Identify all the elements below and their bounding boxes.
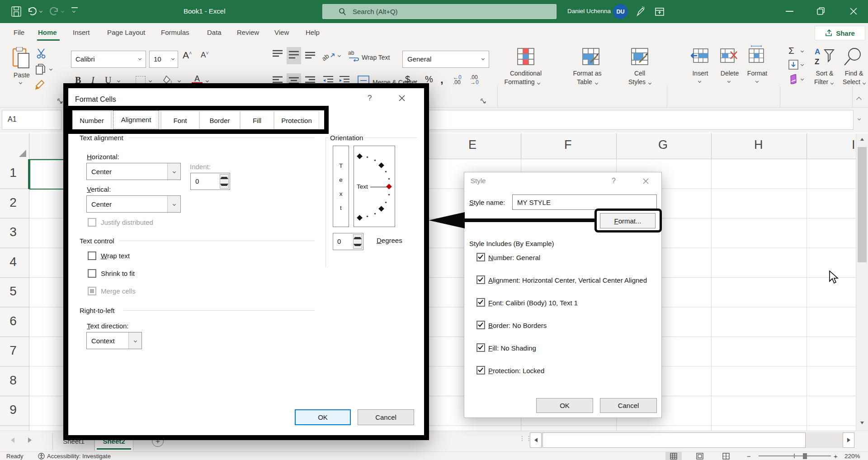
find-select-label2[interactable]: Select [840,78,868,85]
ribbon-display-options-icon[interactable] [655,7,665,17]
zoom-in-icon[interactable]: + [834,452,838,460]
share-button[interactable]: Share [815,26,865,40]
row-header-7[interactable]: 7 [0,343,26,358]
formula-bar-expand-icon[interactable] [858,117,861,120]
sort-filter-label1[interactable]: Sort & [812,70,837,77]
view-normal-icon[interactable] [670,453,677,460]
number-dialog-launcher-icon[interactable] [480,98,486,104]
underline-dropdown-icon[interactable] [117,79,120,82]
save-icon[interactable] [11,6,22,17]
zoom-out-icon[interactable]: − [747,452,751,460]
border-dropdown-icon[interactable] [149,79,152,82]
avatar[interactable]: DU [613,4,628,19]
tab-help[interactable]: Help [306,28,320,36]
font-size-dropdown-icon[interactable] [171,57,175,60]
format-as-table-label1[interactable]: Format as [567,70,608,77]
autosum-dropdown-icon[interactable] [801,49,804,52]
fill-dropdown-icon[interactable] [801,63,804,66]
style-help-button[interactable]: ? [612,177,616,185]
merge-cells-checkbox[interactable] [88,287,96,295]
row-header-9[interactable]: 9 [0,403,26,417]
format-as-table-icon[interactable] [581,47,600,66]
paste-icon[interactable] [12,47,31,69]
col-header-I[interactable]: I [852,138,855,152]
scroll-up-icon[interactable] [860,138,864,141]
sort-filter-label2[interactable]: Filter [810,78,837,85]
restore-button[interactable] [816,7,826,16]
minimize-button[interactable] [786,11,793,12]
format-dropdown-icon[interactable] [755,80,759,83]
decrease-font-icon[interactable]: A˅ [201,51,209,60]
vertical-combo[interactable]: Center [86,195,181,213]
align-top-icon[interactable] [271,49,284,62]
include-font-checkbox[interactable] [476,298,485,307]
clipboard-dialog-launcher-icon[interactable] [57,98,63,104]
sheet-nav-left-icon[interactable] [11,437,14,443]
status-accessibility[interactable]: Accessibility: Investigate [47,453,111,460]
shrink-to-fit-checkbox[interactable] [88,269,96,278]
tab-insert[interactable]: Insert [73,28,90,36]
delete-cells-icon[interactable] [720,48,738,63]
indent-down-icon[interactable] [220,181,228,188]
vertical-scrollbar[interactable] [856,133,868,431]
copy-icon[interactable] [35,63,46,75]
format-cells-icon[interactable] [748,45,765,63]
style-cancel-button[interactable]: Cancel [600,398,657,413]
wrap-text-icon[interactable]: ab [348,50,360,62]
scroll-down-icon[interactable] [860,422,864,424]
name-box[interactable]: A1 [2,110,61,130]
number-format-dropdown-icon[interactable] [481,57,485,60]
font-color-dropdown-icon[interactable] [206,79,209,82]
col-header-F[interactable]: F [564,138,572,152]
text-direction-combo[interactable]: Context [86,332,142,349]
view-page-layout-icon[interactable] [696,453,703,460]
autosum-icon[interactable]: Σ [788,45,794,56]
cell-styles-label1[interactable]: Cell [627,70,653,77]
delete-label[interactable]: Delete [719,70,741,77]
style-close-icon[interactable] [642,178,649,185]
cut-icon[interactable] [35,48,47,59]
insert-dropdown-icon[interactable] [698,80,701,83]
tab-page-layout[interactable]: Page Layout [107,28,145,36]
zoom-level[interactable]: 220% [844,453,860,460]
include-alignment-checkbox[interactable] [476,275,485,284]
quick-access-customize-icon[interactable] [71,7,78,8]
row-header-8[interactable]: 8 [0,373,26,388]
horizontal-combo-dropdown-icon[interactable] [167,163,180,180]
col-header-G[interactable]: G [658,138,668,152]
col-header-H[interactable]: H [754,138,763,152]
hscroll-left-button[interactable] [530,432,542,448]
dial-diamond-0[interactable] [386,184,392,190]
sort-filter-icon[interactable]: AZ [814,47,835,67]
user-name[interactable]: Daniel Uchenna [567,8,611,14]
zoom-slider-thumb[interactable] [803,453,807,459]
hscroll-right-button[interactable] [843,432,854,448]
sheet-nav-right-icon[interactable] [28,437,32,443]
conditional-formatting-label1[interactable]: Conditional [505,70,547,77]
col-header-E[interactable]: E [468,138,476,152]
row-header-4[interactable]: 4 [0,255,26,269]
undo-dropdown-icon[interactable] [39,9,42,13]
indent-up-icon[interactable] [220,175,228,181]
align-middle-icon[interactable] [287,47,301,64]
justify-distributed-checkbox[interactable] [88,218,96,227]
include-number-checkbox[interactable] [476,253,485,261]
tab-review[interactable]: Review [237,28,259,36]
orientation-icon[interactable]: ab [322,49,335,62]
tab-home[interactable]: Home [38,28,57,36]
insert-cells-icon[interactable] [691,48,709,63]
increase-decimal-icon[interactable]: ←0.00 [453,75,462,85]
clear-dropdown-icon[interactable] [801,77,804,81]
find-select-icon[interactable] [844,47,863,67]
find-select-label1[interactable]: Find & [842,70,866,77]
format-as-table-label2[interactable]: Table [567,78,608,85]
cell-styles-label2[interactable]: Styles [624,78,656,85]
row-header-5[interactable]: 5 [0,284,26,299]
font-size-combo[interactable]: 10 [149,51,178,68]
collapse-ribbon-icon[interactable] [856,97,861,102]
number-format-combo[interactable]: General [402,51,489,68]
text-direction-dropdown-icon[interactable] [128,332,142,349]
format-cells-ok-button[interactable]: OK [295,409,351,425]
close-button[interactable] [849,7,858,16]
include-fill-checkbox[interactable] [476,343,485,352]
